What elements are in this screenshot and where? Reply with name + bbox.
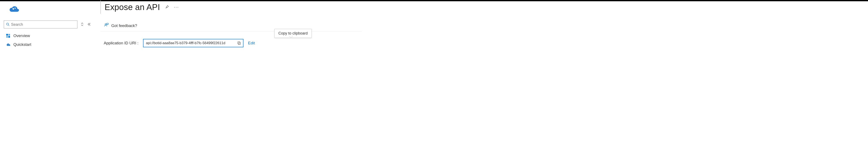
brand-logo: [4, 1, 100, 19]
sidebar-item-label: Quickstart: [13, 42, 31, 47]
edit-link[interactable]: Edit: [248, 41, 255, 46]
copy-icon[interactable]: [237, 41, 241, 45]
svg-rect-7: [8, 36, 10, 38]
main-content: Expose an API ··· Got feedback? Applicat…: [100, 1, 868, 47]
sidebar-nav: Overview Quickstart: [4, 31, 100, 49]
svg-point-2: [6, 23, 8, 25]
feedback-icon: [104, 23, 109, 29]
command-bar: Got feedback?: [100, 14, 362, 31]
collapse-sidebar-icon[interactable]: [87, 22, 91, 27]
svg-point-1: [14, 7, 16, 8]
search-input-container[interactable]: [4, 21, 78, 28]
tooltip-text: Copy to clipboard: [278, 31, 308, 35]
more-icon[interactable]: ···: [174, 4, 179, 10]
search-icon: [6, 23, 9, 27]
sidebar-item-overview[interactable]: Overview: [4, 31, 100, 40]
application-id-uri-input[interactable]: [146, 41, 235, 45]
svg-rect-4: [6, 34, 8, 35]
copy-tooltip: Copy to clipboard: [274, 29, 312, 38]
sort-toggle-icon[interactable]: [80, 22, 84, 27]
svg-rect-10: [238, 42, 240, 45]
svg-point-8: [105, 24, 106, 25]
svg-rect-9: [107, 23, 108, 25]
pin-icon[interactable]: [165, 5, 169, 10]
svg-rect-6: [6, 36, 8, 38]
sidebar-item-label: Overview: [13, 33, 30, 38]
sidebar: Overview Quickstart: [0, 1, 100, 49]
cloud-gears-icon: [8, 3, 20, 12]
svg-rect-11: [238, 41, 240, 44]
svg-line-3: [8, 25, 9, 26]
sidebar-item-quickstart[interactable]: Quickstart: [4, 40, 100, 49]
page-header: Expose an API ···: [100, 0, 868, 14]
svg-point-0: [12, 8, 14, 10]
quickstart-icon: [6, 43, 10, 47]
application-id-uri-label: Application ID URI :: [104, 41, 138, 46]
feedback-label: Got feedback?: [111, 23, 137, 28]
search-input[interactable]: [11, 22, 75, 27]
application-id-uri-field[interactable]: [143, 39, 244, 47]
page-title: Expose an API: [104, 2, 160, 12]
svg-rect-5: [8, 34, 10, 35]
overview-icon: [6, 34, 10, 38]
feedback-button[interactable]: Got feedback?: [104, 23, 137, 29]
